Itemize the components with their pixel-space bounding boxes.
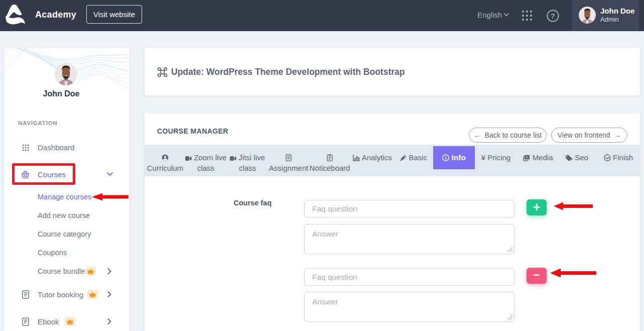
svg-text:?: ? xyxy=(551,12,555,20)
